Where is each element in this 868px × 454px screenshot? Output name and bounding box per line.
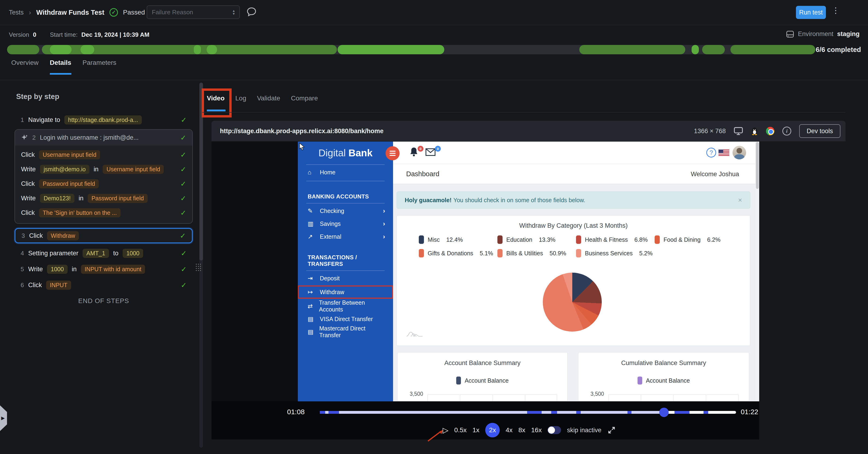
legend-swatch (576, 235, 581, 244)
shuffle-icon: ⇄ (308, 303, 319, 310)
more-options-button[interactable]: ⋮ (831, 6, 840, 15)
step-target-badge: The 'Sign in' button on the ... (39, 208, 121, 217)
info-icon[interactable]: i (782, 127, 791, 135)
step-action-text: in (79, 195, 84, 202)
passed-check-icon: ✓ (110, 8, 118, 17)
skip-inactive-toggle[interactable] (548, 426, 561, 434)
external-icon: ↗ (308, 233, 320, 240)
nav-item-label: External (320, 233, 341, 240)
nav-item-label: Transfer Between Accounts (319, 299, 385, 313)
breadcrumb-separator: › (29, 8, 31, 17)
step-action-text: Setting parameter (28, 250, 79, 257)
step-target-badge: Password input field (39, 179, 99, 188)
tab-details[interactable]: Details (50, 59, 71, 74)
legend-label: Education (506, 236, 532, 243)
version-value: 0 (33, 31, 36, 38)
speed-2x[interactable]: 2x (485, 423, 500, 437)
video-tab-log[interactable]: Log (236, 95, 246, 102)
video-tab-compare[interactable]: Compare (291, 95, 318, 102)
step-row[interactable]: 3ClickWithdraw✓ (16, 229, 192, 242)
speed-8x[interactable]: 8x (519, 426, 525, 434)
speed-4x[interactable]: 4x (505, 426, 513, 434)
recorded-app-scrollbar (755, 142, 759, 401)
environment-value: staging (837, 30, 860, 38)
step[interactable]: 1Navigate tohttp://stage.dbank.prod-a...… (14, 114, 193, 126)
step[interactable]: 5Write1000inINPUT with id amount✓ (14, 263, 193, 275)
step-row[interactable]: ClickThe 'Sign in' button on the ...✓ (15, 206, 192, 220)
notifications-badge: 0 (417, 146, 424, 152)
failure-reason-select[interactable]: Failure Reason ▴▾ (147, 5, 240, 19)
legend-swatch (419, 249, 424, 258)
step-row[interactable]: WriteDemo123!inPassword input field✓ (15, 191, 192, 206)
step-row[interactable]: ClickPassword input field✓ (15, 177, 192, 191)
speed-0.5x[interactable]: 0.5x (454, 426, 467, 434)
nav-item-label: Savings (320, 220, 341, 227)
tab-parameters[interactable]: Parameters (83, 59, 117, 74)
cumulative-balance-card: Cumulative Balance Summary Account Balan… (578, 352, 749, 401)
steps-heading: Step by step (16, 92, 59, 101)
legend-swatch (497, 235, 502, 244)
step-row[interactable]: 5Write1000inINPUT with id amount✓ (14, 263, 193, 275)
step-success-check-icon: ✓ (181, 116, 187, 124)
legend-swatch (638, 376, 642, 385)
step-success-check-icon: ✓ (180, 232, 186, 240)
card-icon: ▤ (308, 328, 319, 336)
comment-button[interactable] (246, 6, 257, 17)
step-row[interactable]: Writejsmith@demo.ioinUsername input fiel… (15, 162, 192, 177)
step-target-badge: Username input field (103, 165, 164, 174)
step-success-check-icon: ✓ (180, 133, 186, 142)
step-success-check-icon: ✓ (180, 209, 186, 217)
timeline-event-marker (551, 411, 557, 414)
step-number: 6 (21, 281, 24, 289)
fullscreen-icon[interactable] (608, 426, 616, 434)
sidebar-item-withdraw: ↦Withdraw (298, 285, 393, 299)
legend-label: Gifts & Donations (428, 250, 473, 257)
step[interactable]: 6ClickINPUT✓ (14, 279, 193, 291)
bank-logo: Digital Bank (298, 142, 393, 164)
run-test-button[interactable]: Run test (796, 6, 826, 19)
sidebar-expand-handle[interactable]: ▶ (0, 405, 7, 431)
step-row[interactable]: 1Navigate tohttp://stage.dbank.prod-a...… (14, 114, 193, 126)
sidebar-item-mastercard-direct-transfer: ▤Mastercard Direct Transfer (298, 327, 393, 337)
timeline-scrubber[interactable] (320, 411, 736, 414)
speed-1x[interactable]: 1x (473, 426, 479, 434)
withdraw-category-card: Withdraw By Category (Last 3 Months) Mis… (397, 215, 750, 346)
card-title: Account Balance Summary (398, 359, 567, 367)
dev-tools-button[interactable]: Dev tools (799, 124, 840, 138)
nav-item-label: Withdraw (320, 289, 344, 296)
app-root: Tests › Withdraw Funds Test ✓ Passed Fai… (0, 0, 868, 454)
chart-watermark-icon (406, 331, 424, 338)
card-title: Cumulative Balance Summary (578, 359, 749, 367)
alert-banner: Holy guacamole! You should check in on s… (397, 191, 750, 209)
step-value-badge: 1000 (123, 249, 143, 258)
step-action-text: in (72, 266, 77, 273)
chart-plot-cropped (428, 395, 557, 401)
step-action-text: Click (29, 232, 43, 239)
step-action-text: Click (21, 151, 35, 158)
timeline-playhead[interactable] (659, 408, 669, 417)
step-number: 1 (21, 116, 24, 124)
progress-segment (207, 45, 217, 54)
speed-16x[interactable]: 16x (531, 426, 541, 434)
notifications-bell-icon: 0 (409, 147, 424, 160)
step-value-badge: 1000 (47, 265, 68, 274)
legend-label: Misc (428, 236, 440, 243)
step-value-badge: jsmith@demo.io (40, 165, 90, 174)
pie-legend-item: Gifts & Donations5.1% (419, 249, 497, 258)
tab-overview[interactable]: Overview (11, 59, 39, 74)
step-row[interactable]: 6ClickINPUT✓ (14, 279, 193, 291)
step[interactable]: 4Setting parameterAMT_1to1000✓ (14, 247, 193, 259)
step-row[interactable]: ClickUsername input field✓ (15, 147, 192, 162)
step-group-header[interactable]: 2Login with username : jsmith@de...✓ (15, 130, 192, 146)
progress-segment (691, 45, 699, 54)
legend-value: 6.8% (634, 236, 648, 243)
panel-resize-handle[interactable] (196, 264, 201, 273)
legend-value: 5.1% (480, 250, 493, 257)
page-title: Withdraw Funds Test (36, 9, 104, 17)
step-row[interactable]: 4Setting parameterAMT_1to1000✓ (14, 247, 193, 259)
legend-value: 13.3% (539, 236, 555, 243)
video-tab-validate[interactable]: Validate (257, 95, 280, 102)
breadcrumb-tests-link[interactable]: Tests (9, 9, 24, 16)
step-selected[interactable]: 3ClickWithdraw✓ (14, 228, 193, 243)
hamburger-menu-icon (385, 146, 400, 160)
